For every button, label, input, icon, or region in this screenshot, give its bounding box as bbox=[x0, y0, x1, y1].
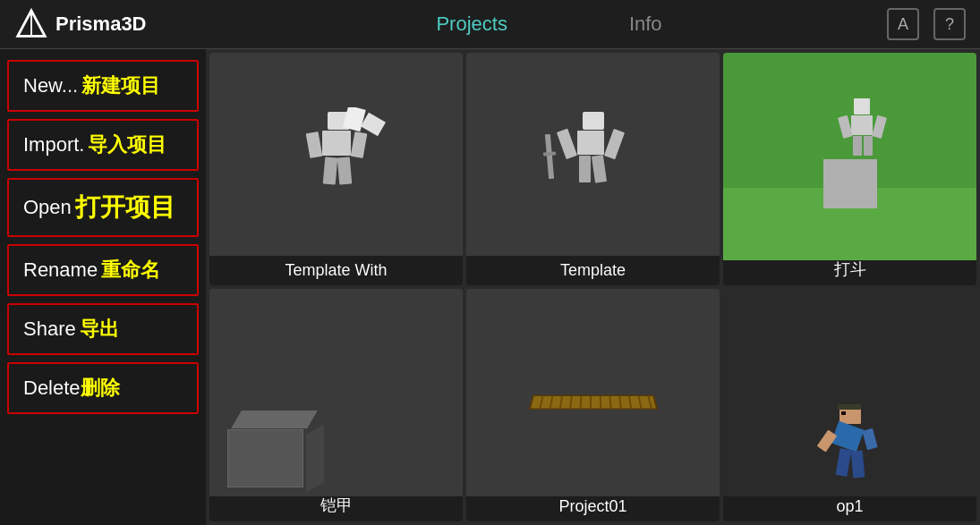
svg-rect-27 bbox=[841, 411, 846, 415]
svg-rect-16 bbox=[591, 155, 606, 183]
menu-open-label: Open bbox=[23, 196, 72, 219]
svg-rect-13 bbox=[556, 129, 576, 160]
project-card-fight[interactable]: 打斗 bbox=[723, 53, 976, 285]
menu-open[interactable]: Open 打开项目 bbox=[7, 178, 199, 237]
svg-rect-18 bbox=[542, 151, 555, 156]
menu-share[interactable]: Share 导出 bbox=[7, 303, 199, 355]
header-actions: A ? bbox=[887, 8, 966, 40]
translate-icon: A bbox=[898, 15, 908, 34]
svg-rect-19 bbox=[854, 98, 870, 114]
svg-rect-11 bbox=[583, 112, 604, 130]
svg-rect-15 bbox=[579, 156, 591, 182]
svg-rect-14 bbox=[603, 129, 624, 160]
menu-rename-label: Rename bbox=[23, 258, 98, 282]
menu-open-label-cn: 打开项目 bbox=[75, 191, 175, 224]
svg-rect-32 bbox=[850, 450, 865, 478]
fight-char bbox=[836, 98, 890, 161]
thumbnail-template-with bbox=[209, 53, 463, 260]
project-card-template-with[interactable]: Template With bbox=[209, 53, 463, 285]
project-card-template[interactable]: Template bbox=[466, 53, 720, 285]
tab-info[interactable]: Info bbox=[622, 9, 669, 39]
project-card-project01[interactable]: Project01 bbox=[466, 289, 720, 521]
svg-rect-7 bbox=[322, 157, 337, 184]
main-content: New... 新建项目 Import. 导入项目 Open 打开项目 Renam… bbox=[0, 49, 980, 525]
logo-icon bbox=[14, 7, 48, 41]
svg-rect-20 bbox=[851, 115, 873, 135]
svg-rect-30 bbox=[862, 428, 877, 450]
svg-rect-8 bbox=[337, 157, 352, 184]
menu-import-label: Import. bbox=[23, 133, 84, 157]
thumbnail-jiajia bbox=[209, 289, 463, 496]
project-grid: Template With Template bbox=[206, 49, 980, 525]
thumbnail-op1 bbox=[723, 289, 976, 496]
help-icon: ? bbox=[945, 15, 954, 34]
menu-share-label-cn: 导出 bbox=[80, 316, 119, 343]
menu-rename[interactable]: Rename 重命名 bbox=[7, 244, 199, 296]
menu-delete[interactable]: Delete 删除 bbox=[7, 362, 199, 414]
svg-rect-4 bbox=[322, 131, 351, 156]
robot-svg-2 bbox=[540, 107, 647, 206]
translate-button[interactable]: A bbox=[887, 8, 919, 40]
menu-delete-label-cn: 删除 bbox=[81, 375, 120, 402]
menu-rename-label-cn: 重命名 bbox=[101, 257, 160, 284]
menu-new-label: New... bbox=[23, 74, 78, 97]
svg-rect-10 bbox=[360, 113, 385, 137]
nav-tabs: Projects Info bbox=[211, 9, 887, 39]
svg-rect-26 bbox=[838, 404, 861, 410]
menu-import-label-cn: 导入项目 bbox=[88, 131, 166, 158]
svg-rect-12 bbox=[577, 131, 604, 155]
svg-rect-5 bbox=[305, 131, 322, 158]
svg-rect-31 bbox=[835, 448, 851, 477]
menu-delete-label: Delete bbox=[23, 377, 81, 400]
logo-text: Prisma3D bbox=[55, 13, 147, 36]
svg-rect-21 bbox=[838, 114, 853, 138]
sidebar-menu: New... 新建项目 Import. 导入项目 Open 打开项目 Renam… bbox=[0, 49, 206, 525]
svg-rect-24 bbox=[864, 136, 873, 156]
svg-rect-23 bbox=[853, 136, 862, 156]
svg-rect-22 bbox=[872, 114, 887, 138]
robot-svg-1 bbox=[283, 107, 390, 206]
menu-new[interactable]: New... 新建项目 bbox=[7, 60, 199, 112]
project-card-op1[interactable]: op1 bbox=[723, 289, 976, 521]
svg-rect-6 bbox=[350, 131, 367, 158]
menu-new-label-cn: 新建项目 bbox=[81, 72, 160, 99]
thumbnail-fight bbox=[723, 53, 976, 260]
menu-import[interactable]: Import. 导入项目 bbox=[7, 119, 199, 171]
project-card-jiajia[interactable]: 铠甲 bbox=[209, 289, 463, 521]
tab-projects[interactable]: Projects bbox=[429, 9, 514, 39]
svg-rect-17 bbox=[544, 134, 553, 179]
thumbnail-project01 bbox=[466, 289, 720, 496]
minecraft-char bbox=[814, 404, 886, 489]
header: Prisma3D Projects Info A ? bbox=[0, 0, 980, 49]
logo-area: Prisma3D bbox=[14, 7, 211, 41]
menu-share-label: Share bbox=[23, 318, 76, 341]
help-button[interactable]: ? bbox=[933, 8, 966, 40]
thumbnail-template bbox=[466, 53, 720, 260]
